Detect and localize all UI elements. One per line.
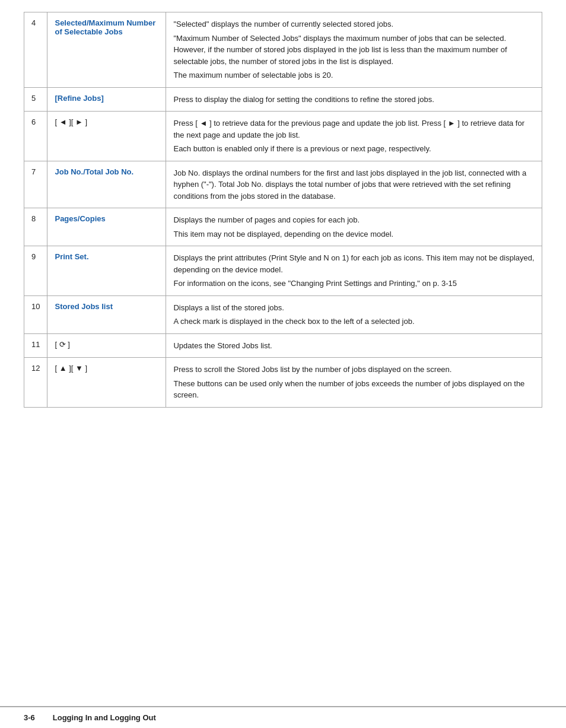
row-label: Selected/Maximum Number of Selectable Jo… bbox=[47, 12, 166, 88]
table-row: 8Pages/CopiesDisplays the number of page… bbox=[24, 208, 542, 246]
row-description: Job No. displays the ordinal numbers for… bbox=[166, 161, 542, 208]
page-content: 4Selected/Maximum Number of Selectable J… bbox=[0, 0, 566, 706]
table-row: 6[ ◄ ][ ► ]Press [ ◄ ] to retrieve data … bbox=[24, 112, 542, 161]
row-label: [Refine Jobs] bbox=[47, 87, 166, 112]
row-label: Pages/Copies bbox=[47, 208, 166, 246]
row-number: 8 bbox=[24, 208, 47, 246]
row-number: 6 bbox=[24, 112, 47, 161]
row-description: "Selected" displays the number of curren… bbox=[166, 12, 542, 88]
row-number: 4 bbox=[24, 12, 47, 88]
row-description: Updates the Stored Jobs list. bbox=[166, 333, 542, 358]
table-row: 12[ ▲ ][ ▼ ]Press to scroll the Stored J… bbox=[24, 358, 542, 408]
row-label: [ ⟳ ] bbox=[47, 333, 166, 358]
row-label: Stored Jobs list bbox=[47, 295, 166, 333]
footer-title: Logging In and Logging Out bbox=[53, 713, 156, 722]
footer: 3-6 Logging In and Logging Out bbox=[0, 706, 566, 728]
row-description: Press [ ◄ ] to retrieve data for the pre… bbox=[166, 112, 542, 161]
row-label: Print Set. bbox=[47, 246, 166, 296]
row-description: Displays a list of the stored jobs.A che… bbox=[166, 295, 542, 333]
row-number: 9 bbox=[24, 246, 47, 296]
row-description: Press to display the dialog for setting … bbox=[166, 87, 542, 112]
row-number: 5 bbox=[24, 87, 47, 112]
table-row: 11[ ⟳ ]Updates the Stored Jobs list. bbox=[24, 333, 542, 358]
footer-page: 3-6 bbox=[24, 713, 35, 722]
row-label: [ ◄ ][ ► ] bbox=[47, 112, 166, 161]
table-row: 7Job No./Total Job No.Job No. displays t… bbox=[24, 161, 542, 208]
row-number: 12 bbox=[24, 358, 47, 408]
row-number: 7 bbox=[24, 161, 47, 208]
row-description: Displays the number of pages and copies … bbox=[166, 208, 542, 246]
table-row: 10Stored Jobs listDisplays a list of the… bbox=[24, 295, 542, 333]
row-label: [ ▲ ][ ▼ ] bbox=[47, 358, 166, 408]
row-label: Job No./Total Job No. bbox=[47, 161, 166, 208]
table-row: 4Selected/Maximum Number of Selectable J… bbox=[24, 12, 542, 88]
reference-table: 4Selected/Maximum Number of Selectable J… bbox=[24, 12, 542, 408]
row-description: Press to scroll the Stored Jobs list by … bbox=[166, 358, 542, 408]
table-row: 5[Refine Jobs]Press to display the dialo… bbox=[24, 87, 542, 112]
row-number: 11 bbox=[24, 333, 47, 358]
row-description: Displays the print attributes (Print Sty… bbox=[166, 246, 542, 296]
table-row: 9Print Set.Displays the print attributes… bbox=[24, 246, 542, 296]
row-number: 10 bbox=[24, 295, 47, 333]
